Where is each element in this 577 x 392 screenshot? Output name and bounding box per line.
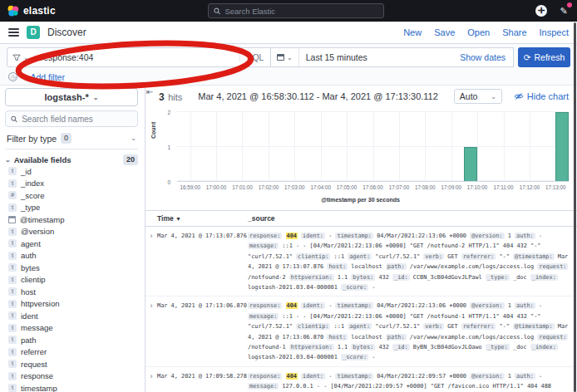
- discover-app-icon[interactable]: D: [27, 26, 40, 39]
- source-field-name: auth:: [515, 302, 535, 309]
- filter-by-type[interactable]: Filter by type 0 ⌄: [5, 131, 138, 149]
- nav-action-open[interactable]: Open: [467, 27, 490, 37]
- source-field-value: _doc: [513, 274, 527, 281]
- field-list-item[interactable]: tmessage: [5, 322, 138, 335]
- field-list-item[interactable]: tagent: [5, 238, 138, 250]
- field-list-item[interactable]: #_score: [5, 189, 138, 202]
- clock-icon[interactable]: ◷: [8, 72, 17, 81]
- field-list-item[interactable]: treferrer: [5, 346, 138, 359]
- source-field-value: logstash-2021.03.04-000001: [248, 354, 338, 360]
- field-list-item[interactable]: @timestamp: [5, 213, 138, 226]
- menu-icon[interactable]: [8, 27, 19, 38]
- source-field-name: clientip:: [296, 253, 330, 260]
- source-field-name: message:: [248, 313, 279, 320]
- source-field-value: ::1: [334, 253, 344, 260]
- sort-desc-icon: ▼: [175, 216, 181, 222]
- text-field-icon: t: [8, 324, 17, 332]
- field-list-item[interactable]: tresponse: [5, 370, 138, 383]
- refresh-label: Refresh: [535, 52, 565, 62]
- source-field-name: host:: [327, 334, 348, 341]
- x-axis-tick: 17:11:00: [493, 184, 513, 190]
- x-axis-tick: 17:00:00: [206, 184, 227, 190]
- source-field-value: /notfound-1: [248, 344, 286, 350]
- nav-action-share[interactable]: Share: [502, 27, 526, 37]
- field-name: message: [21, 323, 53, 332]
- hide-chart-button[interactable]: Hide chart: [514, 91, 569, 101]
- field-list-item[interactable]: t_index: [5, 178, 138, 190]
- available-fields-header[interactable]: ⌄ Available fields 20: [5, 154, 138, 165]
- field-list-item[interactable]: ttimestamp: [5, 382, 138, 392]
- nav-action-new[interactable]: New: [403, 27, 422, 37]
- index-pattern-select[interactable]: logstash-* ⌄: [5, 88, 138, 106]
- text-field-icon: t: [8, 311, 17, 320]
- refresh-button[interactable]: ⟳ Refresh: [518, 47, 570, 67]
- expand-row-icon[interactable]: ›: [145, 371, 157, 392]
- field-list-item[interactable]: tident: [5, 310, 138, 322]
- highlighted-value: 404: [286, 302, 298, 309]
- logo-text: elastic: [23, 5, 56, 17]
- nav-action-save[interactable]: Save: [434, 27, 455, 37]
- time-column-header[interactable]: Time ▼: [145, 214, 248, 223]
- show-dates-button[interactable]: Show dates: [460, 52, 513, 62]
- expand-row-icon[interactable]: ›: [145, 301, 157, 362]
- histogram-bar[interactable]: [555, 112, 569, 181]
- field-list-item[interactable]: thttpversion: [5, 298, 138, 311]
- chevron-down-icon: ⌄: [93, 94, 99, 101]
- source-field-name: verb:: [423, 323, 444, 330]
- source-field-name: agent:: [348, 253, 372, 260]
- elastic-logo[interactable]: elastic: [7, 5, 56, 17]
- field-name: host: [21, 287, 36, 296]
- calendar-icon: [277, 54, 284, 61]
- text-field-icon: t: [8, 372, 17, 380]
- field-list-item[interactable]: thost: [5, 286, 138, 298]
- field-list-item[interactable]: t_type: [5, 202, 138, 214]
- field-name: request: [21, 360, 47, 369]
- notification-dot: [567, 2, 572, 7]
- source-field-name: agent:: [348, 323, 372, 330]
- field-search-input[interactable]: [22, 115, 132, 124]
- query-language-button[interactable]: KQL: [239, 53, 270, 62]
- saved-query-menu[interactable]: ⌄: [7, 54, 35, 61]
- nav-action-inspect[interactable]: Inspect: [540, 27, 569, 37]
- source-field-name: @timestamp:: [513, 253, 555, 260]
- source-field-name: path:: [386, 263, 407, 270]
- field-list-item[interactable]: tclientip: [5, 274, 138, 287]
- index-pattern-name: logstash-*: [45, 92, 89, 102]
- field-search[interactable]: [5, 110, 138, 127]
- date-picker: ⌄ Last 15 minutes Show dates: [271, 47, 514, 67]
- date-quick-select[interactable]: ⌄: [271, 48, 299, 66]
- row-source: response: 404 ident: - timestamp: 04/Mar…: [248, 371, 577, 392]
- chevron-down-icon: ⌄: [23, 54, 29, 61]
- source-field-value: localhost: [351, 263, 382, 270]
- text-field-icon: t: [8, 384, 17, 392]
- field-list-item[interactable]: tbytes: [5, 262, 138, 274]
- source-field-value: logstash-2021.03.04-000001: [248, 284, 338, 291]
- user-menu-avatar[interactable]: ✎: [557, 4, 570, 17]
- field-list-item[interactable]: t@version: [5, 226, 138, 238]
- source-field-name: httpversion:: [289, 344, 334, 350]
- query-input[interactable]: [35, 52, 239, 62]
- app-navbar: D Discover NewSaveOpenShareInspect: [0, 22, 577, 44]
- add-filter-button[interactable]: + Add filter: [23, 72, 65, 82]
- help-icon[interactable]: ✛: [535, 5, 547, 17]
- global-search-input[interactable]: [224, 7, 378, 16]
- source-field-name: _index:: [530, 274, 558, 281]
- source-field-name: path:: [386, 334, 407, 341]
- collapse-sidebar-icon[interactable]: ⇤: [146, 87, 153, 96]
- row-time: Mar 4, 2021 @ 17:13:07.876: [157, 231, 248, 292]
- time-range-value[interactable]: Last 15 minutes: [299, 52, 374, 62]
- interval-select[interactable]: Auto ⌄: [454, 89, 502, 104]
- field-name: auth: [21, 251, 37, 260]
- field-list-item[interactable]: t_id: [5, 165, 138, 178]
- x-axis-tick: 17:12:00: [520, 184, 540, 190]
- global-search[interactable]: [208, 3, 384, 18]
- source-field-value: ::1: [334, 323, 344, 330]
- histogram-bar[interactable]: [464, 147, 477, 182]
- field-list-item[interactable]: trequest: [5, 358, 138, 370]
- source-field-value: -: [539, 302, 542, 309]
- field-list-item[interactable]: tpath: [5, 334, 138, 346]
- vertical-scrollbar[interactable]: [574, 22, 576, 392]
- x-gridline: [321, 112, 322, 181]
- field-list-item[interactable]: tauth: [5, 250, 138, 262]
- expand-row-icon[interactable]: ›: [145, 231, 157, 292]
